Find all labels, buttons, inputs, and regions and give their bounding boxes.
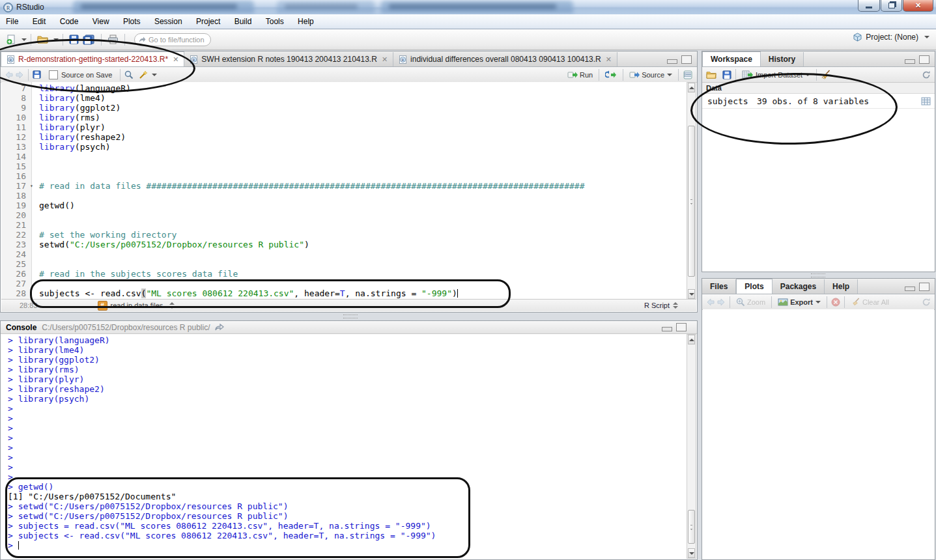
source-tab-1[interactable]: R R-demonstration-getting-started-220413…: [1, 51, 184, 66]
tab-packages[interactable]: Packages: [773, 279, 825, 294]
minimize-pane-icon[interactable]: [662, 327, 672, 331]
blurred-background-tab: [381, 1, 573, 13]
minimize-button[interactable]: [858, 0, 880, 12]
document-outline-icon[interactable]: [683, 70, 693, 79]
scroll-up-arrow[interactable]: [688, 335, 695, 344]
menu-build[interactable]: Build: [229, 14, 258, 29]
save-workspace-icon[interactable]: [722, 70, 731, 79]
menu-code[interactable]: Code: [54, 14, 85, 29]
open-file-button[interactable]: [35, 33, 51, 46]
menu-session[interactable]: Session: [149, 14, 188, 29]
menu-edit[interactable]: Edit: [27, 14, 52, 29]
workspace-object-row[interactable]: subjects 39 obs. of 8 variables: [702, 94, 935, 109]
source-vertical-scrollbar[interactable]: [687, 82, 696, 300]
tab-close-icon[interactable]: ✕: [382, 55, 388, 64]
console-working-directory: C:/Users/p0075152/Dropbox/resources R pu…: [42, 323, 210, 332]
fold-arrow-icon[interactable]: ▾: [30, 181, 35, 191]
close-button[interactable]: ✕: [903, 0, 933, 12]
tab-history[interactable]: History: [761, 52, 804, 66]
load-workspace-icon[interactable]: [706, 70, 717, 79]
minimize-pane-icon[interactable]: [905, 287, 915, 291]
zoom-plot-button[interactable]: Zoom: [734, 296, 767, 308]
project-menu-button[interactable]: Project: (None): [853, 33, 929, 42]
maximize-pane-icon[interactable]: [681, 55, 692, 64]
clear-workspace-broom-icon[interactable]: [821, 70, 831, 79]
code-tools-wand-icon[interactable]: [139, 70, 149, 79]
menu-view[interactable]: View: [87, 14, 115, 29]
save-button[interactable]: [67, 33, 81, 46]
minimize-pane-icon[interactable]: [667, 59, 677, 64]
export-plot-button[interactable]: Export: [776, 297, 823, 307]
code-line: 22# set the working directory: [1, 230, 687, 240]
tab-close-icon[interactable]: ✕: [606, 55, 612, 64]
tab-close-icon[interactable]: ✕: [173, 55, 178, 64]
cursor-position: 28:83: [20, 301, 38, 309]
console-output[interactable]: > library(languageR)> library(lme4)> lib…: [1, 334, 687, 559]
maximize-pane-icon[interactable]: [919, 55, 929, 64]
menu-tools[interactable]: Tools: [260, 14, 290, 29]
code-tools-dropdown-caret[interactable]: [152, 74, 157, 76]
source-tab-2[interactable]: R SWH extension R notes 190413 200413 21…: [184, 52, 393, 66]
source-tab-label: SWH extension R notes 190413 200413 2104…: [201, 55, 377, 64]
console-line: > setwd("C:/Users/p0075152/Dropbox/resou…: [8, 511, 687, 521]
remove-plot-icon[interactable]: [831, 298, 840, 307]
right-column-splitter[interactable]: [811, 273, 825, 277]
fold-gutter: [30, 171, 35, 181]
menu-project[interactable]: Project: [190, 14, 226, 29]
run-button[interactable]: Run: [565, 70, 595, 80]
console-line: >: [8, 462, 687, 472]
next-plot-icon[interactable]: [717, 298, 726, 306]
rerun-button[interactable]: [603, 69, 619, 80]
section-navigator[interactable]: # read in data files: [98, 301, 175, 311]
source-tab-3[interactable]: R individual differences overall 080413 …: [393, 52, 617, 66]
tab-files[interactable]: Files: [702, 279, 736, 294]
scrollbar-thumb[interactable]: [688, 126, 695, 277]
source-on-save-checkbox[interactable]: [49, 70, 58, 79]
scroll-down-arrow[interactable]: [688, 548, 695, 558]
new-file-button[interactable]: [4, 33, 19, 46]
open-file-dropdown-caret[interactable]: [53, 38, 59, 41]
jump-to-directory-icon[interactable]: [215, 324, 224, 331]
tab-workspace[interactable]: Workspace: [702, 51, 761, 66]
previous-plot-icon[interactable]: [706, 298, 715, 306]
refresh-icon[interactable]: [922, 298, 931, 307]
scrollbar-thumb[interactable]: [688, 510, 695, 544]
save-all-button[interactable]: [81, 33, 97, 46]
import-dataset-button[interactable]: Import Dataset: [740, 69, 812, 80]
source-button[interactable]: Source: [627, 70, 674, 80]
restore-button[interactable]: [881, 0, 902, 12]
code-line: 13library(psych): [1, 142, 687, 152]
console-vertical-scrollbar[interactable]: [687, 334, 696, 559]
save-icon[interactable]: [33, 70, 41, 79]
code-line: 12library(reshape2): [1, 132, 687, 142]
code-editor[interactable]: 7library(languageR)8library(lme4)9librar…: [1, 82, 687, 300]
forward-icon[interactable]: [16, 71, 24, 79]
fold-gutter: [30, 210, 35, 220]
new-file-dropdown-caret[interactable]: [21, 38, 27, 41]
title-bar: R RStudio ✕: [0, 0, 936, 15]
menu-file[interactable]: File: [0, 14, 24, 29]
menu-help[interactable]: Help: [292, 14, 320, 29]
minimize-pane-icon[interactable]: [905, 59, 915, 64]
tab-plots[interactable]: Plots: [736, 279, 772, 294]
svg-text:R: R: [9, 58, 12, 62]
find-icon[interactable]: [124, 70, 134, 79]
goto-file-function-input[interactable]: Go to file/function: [134, 33, 211, 46]
source-dropdown-caret[interactable]: [667, 74, 672, 76]
clear-all-plots-button[interactable]: Clear All: [849, 296, 891, 308]
view-data-grid-icon[interactable]: [921, 97, 931, 105]
back-icon[interactable]: [5, 71, 13, 79]
source-pane: R R-demonstration-getting-started-220413…: [0, 51, 698, 313]
maximize-pane-icon[interactable]: [919, 283, 929, 291]
code-line: 11library(plyr): [1, 122, 687, 132]
horizontal-splitter[interactable]: [343, 315, 358, 318]
menu-plots[interactable]: Plots: [117, 14, 147, 29]
print-button[interactable]: [106, 33, 121, 46]
refresh-icon[interactable]: [922, 70, 931, 79]
doc-type-selector[interactable]: R Script: [644, 301, 678, 309]
maximize-pane-icon[interactable]: [676, 323, 687, 331]
fold-gutter: [30, 230, 35, 240]
tab-help[interactable]: Help: [825, 279, 858, 294]
scroll-down-arrow[interactable]: [688, 289, 695, 299]
scroll-up-arrow[interactable]: [688, 83, 695, 92]
